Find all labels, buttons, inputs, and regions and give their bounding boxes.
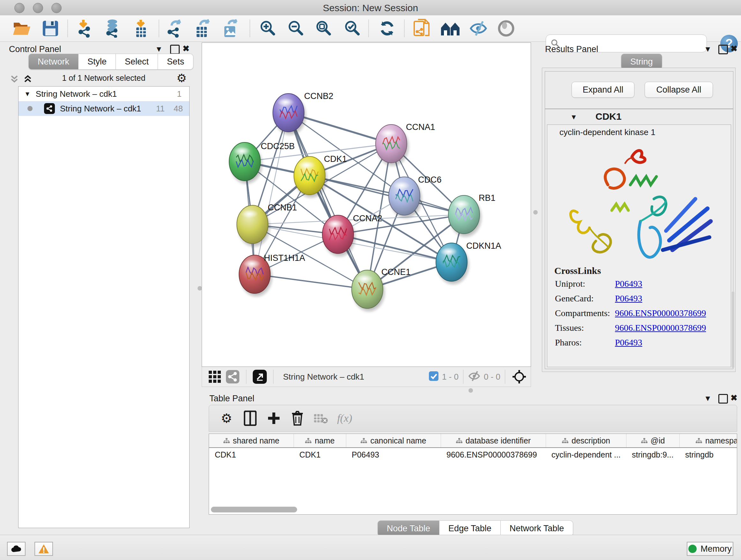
table-cell[interactable]: cyclin-dependent ...	[546, 450, 626, 459]
show-columns-icon[interactable]	[239, 409, 262, 428]
tab-style[interactable]: Style	[78, 54, 116, 70]
refresh-icon[interactable]	[377, 19, 397, 38]
gray-sphere-icon[interactable]	[496, 19, 516, 38]
edge-CCNB2-CCNE1[interactable]	[288, 113, 367, 289]
table-cell[interactable]: CDK1	[209, 450, 293, 459]
node-CCNA2[interactable]	[322, 215, 355, 256]
crosslink-link[interactable]: P06493	[615, 337, 643, 348]
import-table-icon[interactable]	[132, 19, 152, 38]
table-hscrollbar-thumb[interactable]	[211, 507, 297, 512]
tab-network-table[interactable]: Network Table	[501, 520, 574, 537]
add-column-icon[interactable]	[262, 409, 286, 428]
node-label-CDC6: CDC6	[418, 175, 442, 185]
node-label-HIST1H1A: HIST1H1A	[264, 253, 305, 263]
node-CDC6[interactable]	[389, 177, 421, 218]
node-CCNA1[interactable]	[376, 125, 408, 166]
network-view-toolbar: String Network – cdk1 1 - 0 0 - 0	[202, 367, 531, 387]
memory-button[interactable]: Memory	[687, 542, 733, 556]
gene-collapse-icon[interactable]: ▼	[570, 113, 577, 121]
table-cell[interactable]: stringdb	[679, 450, 737, 459]
tab-network[interactable]: Network	[28, 54, 78, 70]
control-panel-close-icon[interactable]: ✖	[183, 44, 190, 54]
tab-string[interactable]: String	[621, 54, 662, 70]
results-panel-collapse-icon[interactable]: ▼	[704, 45, 712, 54]
column-header-shared-name[interactable]: shared name	[209, 434, 293, 447]
node-CDKN1A[interactable]	[436, 243, 469, 284]
zoom-selected-icon[interactable]	[342, 19, 362, 38]
results-panel-close-icon[interactable]: ✖	[731, 44, 738, 54]
eye-slash-icon[interactable]	[468, 19, 488, 38]
tree-expand-icon[interactable]: ▼	[24, 90, 30, 98]
right-splitter-handle[interactable]	[533, 210, 538, 214]
crosslink-link[interactable]: 9606.ENSP00000378699	[615, 323, 706, 333]
node-CDK1[interactable]	[294, 157, 327, 198]
string-home-icon[interactable]	[440, 19, 461, 38]
open-session-icon[interactable]	[11, 19, 32, 38]
zoom-in-icon[interactable]	[257, 19, 278, 38]
table-row[interactable]: CDK1CDK1P064939606.ENSP00000378699cyclin…	[209, 448, 737, 461]
export-table-icon[interactable]	[193, 19, 213, 38]
network-tree-root-row[interactable]: ▼ String Network – cdk1 1	[18, 86, 189, 101]
tab-select[interactable]: Select	[116, 54, 158, 70]
protein-structure-image	[557, 144, 723, 278]
new-network-from-file-icon[interactable]	[412, 19, 432, 38]
node-RB1[interactable]	[448, 195, 481, 237]
column-header-database-identifier[interactable]: database identifier	[441, 434, 546, 447]
cloud-button[interactable]	[7, 542, 25, 556]
results-panel-title: Results Panel	[545, 44, 598, 54]
column-header-namespace[interactable]: namespace	[679, 434, 737, 447]
column-header-canonical-name[interactable]: canonical name	[346, 434, 441, 447]
network-options-gear-icon[interactable]: ⚙	[177, 71, 187, 84]
share-icon[interactable]	[224, 367, 242, 386]
control-panel-collapse-icon[interactable]: ▼	[155, 45, 163, 54]
node-CCNB1[interactable]	[237, 205, 270, 246]
selected-checkbox[interactable]	[428, 371, 439, 382]
left-splitter-handle[interactable]	[198, 286, 202, 291]
expand-all-icon[interactable]	[23, 74, 32, 85]
tab-edge-table[interactable]: Edge Table	[440, 520, 501, 537]
results-scrollbar[interactable]	[732, 292, 734, 368]
crosslink-link[interactable]: P06493	[615, 279, 643, 289]
table-gear-icon[interactable]: ⚙	[215, 409, 239, 428]
import-database-icon[interactable]	[103, 19, 124, 38]
results-panel-float-icon[interactable]	[718, 45, 728, 54]
table-cell[interactable]: P06493	[346, 450, 441, 459]
tab-sets[interactable]: Sets	[158, 54, 193, 70]
tab-node-table[interactable]: Node Table	[378, 520, 440, 537]
node-CCNB2[interactable]	[273, 94, 306, 135]
table-cell[interactable]: 9606.ENSP00000378699	[441, 450, 546, 459]
table-cell[interactable]: CDK1	[293, 450, 346, 459]
import-network-icon[interactable]	[76, 19, 96, 38]
collapse-all-icon[interactable]	[10, 74, 19, 85]
horizontal-splitter-handle[interactable]	[468, 388, 473, 393]
crosslink-link[interactable]: 9606.ENSP00000378699	[615, 308, 706, 318]
collapse-all-button[interactable]: Collapse All	[645, 82, 713, 98]
expand-all-button[interactable]: Expand All	[571, 82, 634, 98]
open-in-new-icon[interactable]	[251, 367, 269, 386]
column-header-@id[interactable]: @id	[626, 434, 679, 447]
network-canvas[interactable]: CCNB2CCNA1CDC25BCDK1CDC6RB1CCNB1CCNA2CDK…	[202, 43, 531, 367]
table-panel-collapse-icon[interactable]: ▼	[704, 394, 712, 403]
table-cell[interactable]: stringdb:9...	[626, 450, 679, 459]
export-network-icon[interactable]	[165, 19, 185, 38]
zoom-fit-icon[interactable]	[313, 19, 333, 38]
edge-CCNB2-HIST1H1A[interactable]	[255, 113, 288, 274]
zoom-out-icon[interactable]	[285, 19, 306, 38]
table-panel-close-icon[interactable]: ✖	[731, 393, 738, 403]
crosslink-link[interactable]: P06493	[615, 294, 643, 304]
export-image-icon[interactable]	[221, 19, 241, 38]
control-panel-float-icon[interactable]	[170, 45, 180, 54]
node-CCNE1[interactable]	[352, 270, 385, 311]
netbar-separator	[505, 370, 505, 384]
table-panel-float-icon[interactable]	[718, 394, 728, 403]
hidden-count: 0 - 0	[484, 372, 500, 382]
column-header-description[interactable]: description	[546, 434, 626, 447]
delete-column-icon[interactable]	[286, 409, 309, 428]
warning-button[interactable]	[35, 542, 53, 556]
network-tree-item-row[interactable]: String Network – cdk1 11 48	[18, 101, 189, 116]
column-header-name[interactable]: name	[293, 434, 346, 447]
save-session-icon[interactable]	[40, 19, 61, 38]
crosshair-icon[interactable]	[510, 367, 529, 386]
node-label-CCNB1: CCNB1	[268, 203, 297, 212]
grid-icon[interactable]	[206, 367, 224, 386]
